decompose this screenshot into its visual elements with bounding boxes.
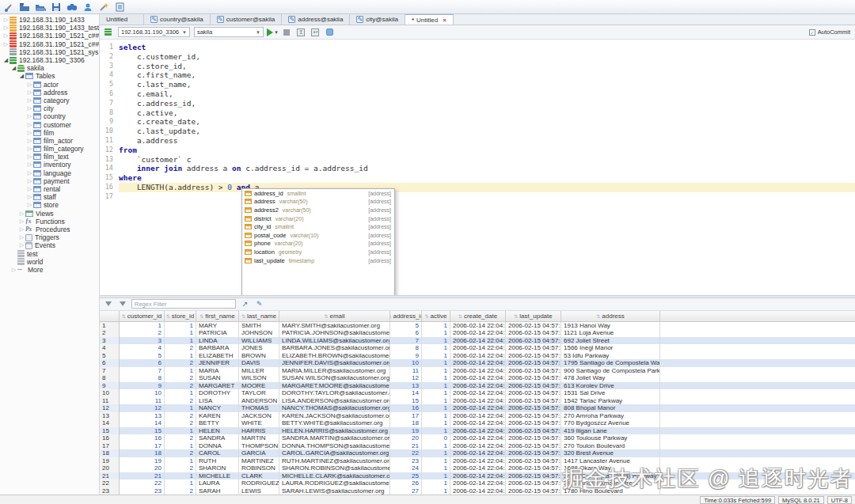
tree-item-actor[interactable]: ▷actor xyxy=(0,81,99,89)
cell-email[interactable]: BETTY.WHITE@sakilacustomer.org xyxy=(279,419,390,427)
cell-email[interactable]: JENNIFER.DAVIS@sakilacustomer.org xyxy=(279,359,390,367)
cell-email[interactable]: SUSAN.WILSON@sakilacustomer.org xyxy=(279,374,390,382)
sql-line[interactable]: 6 c.email, xyxy=(100,89,855,99)
tree-item-payment[interactable]: ▷payment xyxy=(0,177,99,185)
cell-active[interactable]: 1 xyxy=(422,367,450,375)
cell-address[interactable]: 900 Santiago de Compostela Parkway xyxy=(561,367,660,375)
table-row[interactable]: 10101DOROTHYTAYLORDOROTHY.TAYLOR@sakilac… xyxy=(100,389,855,397)
table-row[interactable]: 992MARGARETMOOREMARGARET.MOORE@sakilacus… xyxy=(100,382,855,390)
cell-email[interactable]: SHARON.ROBINSON@sakilacustomer.org xyxy=(279,464,390,472)
cell-address_id[interactable]: 11 xyxy=(390,367,422,375)
sql-line[interactable]: 13 `customer` c xyxy=(100,155,855,165)
cell-first_name[interactable]: PATRICIA xyxy=(196,329,239,337)
cell-last_update[interactable]: 2006-02-15 04:57:20 xyxy=(506,352,561,360)
expand-arrow-icon[interactable]: ▷ xyxy=(18,218,25,225)
autocomplete-item-address2[interactable]: address2varchar(50)[address] xyxy=(242,206,394,214)
expand-arrow-icon[interactable]: ▷ xyxy=(26,97,33,104)
cell-email[interactable]: LINDA.WILLIAMS@sakilacustomer.org xyxy=(279,337,390,345)
cell-email[interactable]: SARAH.LEWIS@sakilacustomer.org xyxy=(279,487,390,495)
cell-last_name[interactable]: HARRIS xyxy=(239,427,279,435)
cell-email[interactable]: CAROL.GARCIA@sakilacustomer.org xyxy=(279,449,390,457)
sql-line[interactable]: 17 xyxy=(100,192,855,202)
cell-address_id[interactable]: 5 xyxy=(390,322,422,330)
cell-first_name[interactable]: MARIA xyxy=(196,367,239,375)
collapse-arrow-icon[interactable]: ◢ xyxy=(10,64,17,72)
cell-address[interactable]: 1913 Hanoi Way xyxy=(561,322,660,330)
cell-customer_id[interactable]: 11 xyxy=(120,397,165,405)
cell-last_update[interactable]: 2006-02-15 04:57:20 xyxy=(506,374,561,382)
column-header-store_id[interactable]: ⇅store_id xyxy=(165,311,196,321)
cell-customer_id[interactable]: 23 xyxy=(120,487,165,495)
autocomplete-item-address_id[interactable]: address_idsmallint[address] xyxy=(242,189,394,198)
cell-first_name[interactable]: LISA xyxy=(196,397,239,405)
format-sql-button[interactable] xyxy=(325,28,335,37)
cell-create_date[interactable]: 2006-02-14 22:04:36 xyxy=(450,412,506,420)
cell-email[interactable]: DONNA.THOMPSON@sakilacustomer.org xyxy=(279,442,390,450)
table-row[interactable]: 12121NANCYTHOMASNANCY.THOMAS@sakilacusto… xyxy=(100,404,855,412)
sql-line[interactable]: 10 c.last_update, xyxy=(100,127,855,136)
tree-item-tables[interactable]: ◢Tables xyxy=(0,72,99,80)
sql-line[interactable]: 15where xyxy=(100,173,855,183)
cell-first_name[interactable]: HELEN xyxy=(196,427,239,435)
cell-store_id[interactable]: 2 xyxy=(165,374,196,382)
cell-address[interactable]: 770 Bydgoszcz Avenue xyxy=(561,419,660,427)
table-row[interactable]: 17171DONNATHOMPSONDONNA.THOMPSON@sakilac… xyxy=(100,442,855,450)
cell-address_id[interactable]: 20 xyxy=(390,434,422,442)
cell-create_date[interactable]: 2006-02-14 22:04:36 xyxy=(450,427,506,435)
cell-address_id[interactable]: 27 xyxy=(390,487,422,495)
cell-address[interactable]: 262 A Corua (La Corua) Parkway xyxy=(561,472,660,480)
cell-address[interactable]: 1121 Loja Avenue xyxy=(561,329,660,337)
cell-email[interactable]: LISA.ANDERSON@sakilacustomer.org xyxy=(279,397,390,405)
table-row[interactable]: 111MARYSMITHMARY.SMITH@sakilacustomer.or… xyxy=(100,322,855,330)
cell-create_date[interactable]: 2006-02-14 22:04:36 xyxy=(450,419,506,427)
cell-store_id[interactable]: 1 xyxy=(165,427,196,435)
collapse-arrow-icon[interactable]: ◢ xyxy=(2,56,10,64)
autocommit-toggle[interactable]: ✓ AutoCommit xyxy=(809,28,850,36)
expand-arrow-icon[interactable]: ▷ xyxy=(18,241,25,249)
sort-arrows-icon[interactable]: ⇅ xyxy=(514,313,518,319)
tab-address-sakila[interactable]: ✎address@sakila xyxy=(282,14,350,25)
sort-arrows-icon[interactable]: ⇅ xyxy=(390,313,391,319)
cell-email[interactable]: HELEN.HARRIS@sakilacustomer.org xyxy=(279,427,390,435)
table-row[interactable]: 771MARIAMILLERMARIA.MILLER@sakilacustome… xyxy=(100,367,855,375)
cell-last_update[interactable]: 2006-02-15 04:57:20 xyxy=(506,434,561,442)
cell-email[interactable]: MARGARET.MOORE@sakilacustomer.org xyxy=(279,382,390,390)
cell-create_date[interactable]: 2006-02-14 22:04:36 xyxy=(450,329,506,337)
cell-customer_id[interactable]: 4 xyxy=(120,344,165,352)
expand-arrow-icon[interactable]: ▷ xyxy=(18,233,25,241)
table-row[interactable]: 15151HELENHARRISHELEN.HARRIS@sakilacusto… xyxy=(100,427,855,435)
table-row[interactable]: 21211MICHELLECLARKMICHELLE.CLARK@sakilac… xyxy=(100,472,855,480)
cell-create_date[interactable]: 2006-02-14 22:04:36 xyxy=(450,382,506,390)
cell-email[interactable]: BARBARA.JONES@sakilacustomer.org xyxy=(279,344,390,352)
cell-last_name[interactable]: MILLER xyxy=(239,367,279,375)
column-header-create_date[interactable]: ⇅create_date xyxy=(450,311,506,321)
cell-email[interactable]: NANCY.THOMAS@sakilacustomer.org xyxy=(279,404,390,412)
autocomplete-item-phone[interactable]: phonevarchar(20)[address] xyxy=(242,240,394,248)
database-select[interactable]: sakila ▼ xyxy=(194,27,264,37)
close-icon[interactable]: × xyxy=(443,17,446,24)
cell-customer_id[interactable]: 2 xyxy=(120,329,165,337)
tree-item-192-168-31-190-3306[interactable]: ◢192.168.31.190_3306 xyxy=(0,56,99,64)
cell-create_date[interactable]: 2006-02-14 22:04:36 xyxy=(450,389,506,397)
cell-last_name[interactable]: RODRIGUEZ xyxy=(239,479,279,487)
cell-first_name[interactable]: SARAH xyxy=(196,487,239,495)
cell-last_name[interactable]: WILLIAMS xyxy=(239,337,279,345)
cell-last_update[interactable]: 2006-02-15 04:57:20 xyxy=(506,404,561,412)
search-binoculars-icon[interactable] xyxy=(66,2,78,12)
column-header-customer_id[interactable]: ⇅customer_id xyxy=(120,311,165,321)
cell-address_id[interactable]: 7 xyxy=(390,337,422,345)
cell-last_name[interactable]: JONES xyxy=(239,344,279,352)
sql-line[interactable]: 4 c.first_name, xyxy=(100,70,855,80)
cell-last_name[interactable]: ANDERSON xyxy=(239,397,279,405)
sql-line[interactable]: 7 c.address_id, xyxy=(100,99,855,108)
cell-address[interactable]: 1542 Tarlac Parkway xyxy=(561,397,660,405)
cell-create_date[interactable]: 2006-02-14 22:04:36 xyxy=(450,367,506,375)
cell-first_name[interactable]: MARY xyxy=(196,322,239,330)
cell-last_name[interactable]: THOMAS xyxy=(239,404,279,412)
cell-create_date[interactable]: 2006-02-14 22:04:36 xyxy=(450,472,506,480)
cell-address[interactable]: 53 Idfu Parkway xyxy=(561,352,660,360)
cell-last_update[interactable]: 2006-02-15 04:57:20 xyxy=(506,449,561,457)
expand-arrow-icon[interactable]: ▷ xyxy=(26,177,33,185)
cell-email[interactable]: MICHELLE.CLARK@sakilacustomer.org xyxy=(279,472,390,480)
expand-arrow-icon[interactable]: ▷ xyxy=(18,210,25,218)
